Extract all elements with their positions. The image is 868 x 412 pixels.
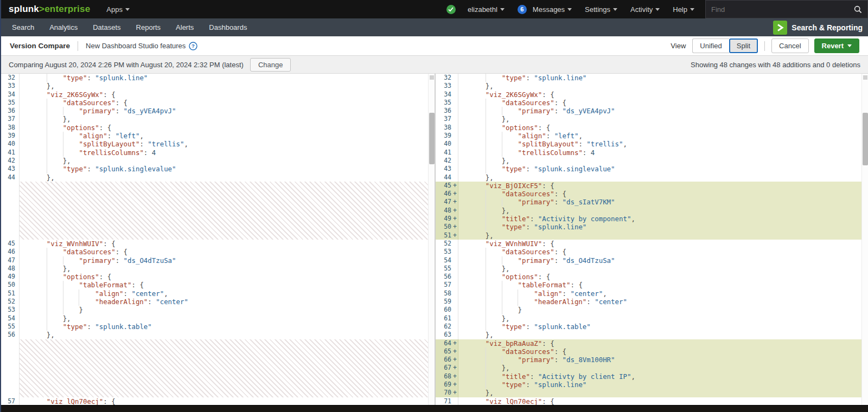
line-number: 34 (436, 91, 458, 99)
line-number: 35 (1, 99, 20, 107)
app-name[interactable]: Search & Reporting (792, 23, 863, 32)
line-number: 48+ (436, 207, 458, 215)
line-number: 43 (436, 165, 458, 173)
messages-menu[interactable]: 6 Messages (511, 0, 578, 18)
line-number: 62 (436, 323, 458, 331)
chevron-down-icon (500, 8, 505, 11)
code-text: "viz_BjOIXcF5": { (458, 182, 861, 190)
line-number: 32 (1, 74, 20, 82)
diff-line: 34 "viz_2K6SGyWx": { (1, 91, 428, 99)
line-number: 32 (436, 74, 458, 82)
split-view-button[interactable]: Split (729, 38, 758, 53)
help-menu[interactable]: Help (666, 0, 701, 18)
chevron-down-icon (125, 8, 130, 11)
line-number: 39 (1, 132, 20, 140)
help-question-icon[interactable]: ? (189, 42, 197, 50)
changes-summary: Showing 48 changes with 48 additions and… (691, 61, 868, 69)
line-number: 34 (1, 91, 20, 99)
line-number: 58 (436, 289, 458, 298)
revert-label: Revert (822, 42, 844, 50)
code-text: "type": "splunk.singlevalue" (458, 165, 861, 173)
diff-view: 32 "type": "splunk.line"33 },34 "viz_2K6… (1, 74, 868, 405)
revert-button[interactable]: Revert (814, 38, 859, 53)
diff-line: 50 "tableFormat": { (1, 281, 428, 289)
added-marker: + (453, 231, 457, 240)
cancel-button[interactable]: Cancel (771, 38, 808, 53)
line-number: 44 (1, 173, 20, 182)
code-text: "viz_2K6SGyWx": { (458, 91, 861, 99)
diff-line: 46 "dataSources": { (1, 248, 428, 256)
messages-count-badge: 6 (518, 5, 527, 14)
nav-item-analytics[interactable]: Analytics (42, 18, 85, 36)
nav-item-datasets[interactable]: Datasets (85, 18, 128, 36)
code-text: "type": "splunk.table" (20, 323, 428, 331)
splunk-logo[interactable]: splunk>enterprise (9, 4, 90, 15)
code-text: "headerAlign": "center" (20, 298, 428, 306)
diff-line: 53 } (1, 306, 428, 314)
diff-line: 35 "dataSources": { (436, 99, 861, 107)
bottom-strip (1, 405, 868, 412)
added-marker: + (453, 182, 457, 190)
line-number: 60 (436, 306, 458, 314)
line-number: 42 (1, 157, 20, 165)
line-number: 49 (1, 273, 20, 281)
code-text: }, (458, 331, 861, 339)
nav-item-alerts[interactable]: Alerts (168, 18, 201, 36)
diff-line: 34 "viz_2K6SGyWx": { (436, 91, 861, 99)
code-text: "trellisColumns": 4 (458, 149, 861, 157)
nav-item-search[interactable]: Search (1, 18, 42, 36)
subtitle-text: New Dashboard Studio features (86, 42, 186, 50)
diff-line: 66+ "primary": "ds_8Vm100HR" (436, 356, 861, 364)
diff-line: 49+ "title": "Activity by component", (436, 215, 861, 223)
diff-line: 32 "type": "splunk.line" (436, 74, 861, 82)
apps-menu[interactable]: Apps (100, 0, 136, 18)
scrollbar-cap (863, 75, 867, 80)
apps-menu-label: Apps (106, 5, 123, 14)
settings-menu[interactable]: Settings (578, 0, 624, 18)
code-text: "align": "center", (20, 289, 428, 298)
line-number: 37 (436, 115, 458, 123)
nav-item-reports[interactable]: Reports (129, 18, 169, 36)
find-input[interactable] (711, 5, 854, 14)
diff-line: 56 }, (1, 331, 428, 339)
added-marker: + (453, 364, 457, 372)
left-scrollbar-thumb[interactable] (429, 113, 435, 164)
search-reporting-app-icon[interactable] (773, 21, 787, 35)
code-text: }, (20, 314, 428, 323)
find-search-box[interactable] (705, 0, 868, 18)
diff-line: 53 "dataSources": { (436, 248, 861, 256)
line-number: 33 (436, 82, 458, 90)
svg-text:?: ? (192, 43, 195, 49)
code-text: "primary": "ds_O4dTzuSa" (20, 256, 428, 265)
scrollbar-cap (430, 75, 434, 80)
settings-label: Settings (585, 5, 610, 14)
left-pane-scrollbar[interactable] (428, 74, 435, 405)
diff-gap (1, 339, 428, 397)
diff-line: 67+ }, (436, 364, 861, 372)
right-scrollbar-thumb[interactable] (863, 113, 868, 165)
chevron-down-icon (690, 8, 694, 11)
code-text: }, (458, 265, 861, 273)
search-icon[interactable] (854, 5, 862, 14)
code-text: "viz_lQn70ecj": { (20, 397, 428, 405)
line-number: 41 (1, 149, 20, 157)
health-status-icon[interactable] (446, 5, 456, 14)
code-text: "type": "splunk.line" (458, 74, 861, 82)
diff-line: 42 }, (436, 157, 861, 165)
diff-line: 55 }, (436, 265, 861, 273)
divider (78, 41, 78, 51)
diff-line: 46+ "dataSources": { (436, 190, 861, 198)
nav-item-dashboards[interactable]: Dashboards (201, 18, 254, 36)
user-menu[interactable]: elizabethl (461, 0, 511, 18)
diff-gap (1, 182, 428, 240)
diff-line: 41 "trellisColumns": 4 (436, 149, 861, 157)
added-marker: + (453, 347, 457, 356)
line-number: 45 (1, 240, 20, 248)
line-number: 50+ (436, 223, 458, 231)
unified-view-button[interactable]: Unified (692, 38, 729, 53)
change-button[interactable]: Change (250, 58, 291, 72)
code-text: "primary": "ds_yVEA4pvJ" (20, 107, 428, 115)
diff-line: 52 "viz_WVnhWUIV": { (436, 240, 861, 248)
right-pane-scrollbar[interactable] (861, 74, 868, 405)
activity-menu[interactable]: Activity (624, 0, 666, 18)
